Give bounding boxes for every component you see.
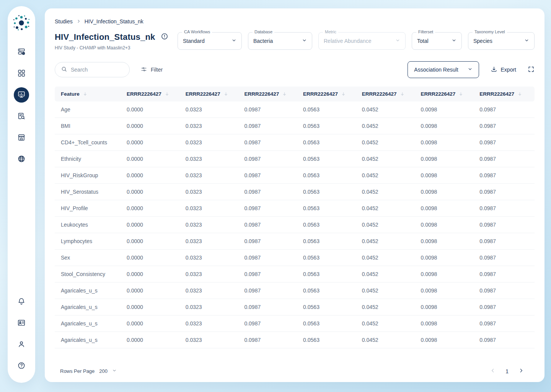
sidebar-item-studies[interactable] bbox=[14, 44, 29, 60]
sidebar-item-globe[interactable] bbox=[14, 152, 29, 167]
association-result-dropdown[interactable]: Association Result bbox=[408, 61, 479, 78]
sidebar-item-document-search[interactable] bbox=[14, 109, 29, 124]
feature-cell: Sex bbox=[55, 250, 123, 266]
table-row[interactable]: BMI0.00000.03230.09870.05630.04520.00980… bbox=[55, 118, 535, 134]
export-button[interactable]: Export bbox=[491, 66, 516, 74]
table-row[interactable]: Leukocytes0.00000.03230.09870.05630.0452… bbox=[55, 217, 535, 233]
sidebar-item-help[interactable] bbox=[14, 358, 29, 374]
column-header-label: ERRR2226427 bbox=[186, 91, 220, 97]
value-cell: 0.0323 bbox=[182, 184, 241, 200]
value-cell: 0.0987 bbox=[240, 101, 299, 118]
table-row[interactable]: HIV_Profile0.00000.03230.09870.05630.045… bbox=[55, 200, 535, 217]
fullscreen-button[interactable] bbox=[528, 66, 535, 74]
sidebar-item-profile[interactable] bbox=[14, 337, 29, 352]
value-cell: 0.0563 bbox=[299, 233, 358, 250]
value-cell: 0.0452 bbox=[358, 217, 417, 233]
sidebar-item-charts[interactable] bbox=[14, 87, 29, 103]
value-cell: 0.0098 bbox=[417, 134, 476, 151]
sidebar-item-notifications[interactable] bbox=[14, 294, 29, 309]
bell-icon bbox=[17, 297, 26, 307]
ca-workflows-value: Standard bbox=[183, 38, 205, 44]
value-cell: 0.0452 bbox=[358, 299, 417, 315]
table-row[interactable]: Ethnicity0.00000.03230.09870.05630.04520… bbox=[55, 151, 535, 167]
search-box[interactable] bbox=[55, 62, 130, 77]
value-cell: 0.0323 bbox=[182, 134, 241, 151]
value-cell: 0.0323 bbox=[182, 233, 241, 250]
value-cell: 0.0563 bbox=[299, 217, 358, 233]
value-cell: 0.0323 bbox=[182, 151, 241, 167]
column-header-sample[interactable]: ERRR2226427 bbox=[182, 87, 241, 101]
column-header-label: Feature bbox=[61, 91, 80, 97]
table-row[interactable]: CD4+_Tcell_counts0.00000.03230.09870.056… bbox=[55, 134, 535, 151]
chevron-down-icon bbox=[468, 67, 473, 73]
filter-sliders-icon bbox=[140, 66, 147, 74]
table-row[interactable]: Sex0.00000.03230.09870.05630.04520.00980… bbox=[55, 250, 535, 266]
value-cell: 0.0452 bbox=[358, 250, 417, 266]
current-page-number[interactable]: 1 bbox=[505, 368, 509, 374]
globe-icon bbox=[17, 155, 26, 164]
column-header-label: ERRR2226427 bbox=[362, 91, 397, 97]
value-cell: 0.0987 bbox=[240, 283, 299, 299]
chevron-down-icon bbox=[452, 38, 456, 44]
table-row[interactable]: HIV_Serostatus0.00000.03230.09870.05630.… bbox=[55, 184, 535, 200]
search-input[interactable] bbox=[71, 67, 117, 73]
table-header-row: FeatureERRR2226427ERRR2226427ERRR2226427… bbox=[55, 87, 535, 101]
value-cell: 0.0000 bbox=[123, 217, 182, 233]
value-cell: 0.0452 bbox=[358, 167, 417, 184]
feature-cell: HIV_Profile bbox=[55, 200, 123, 217]
app-logo[interactable] bbox=[13, 14, 30, 31]
column-header-feature[interactable]: Feature bbox=[55, 87, 123, 101]
value-cell: 0.0098 bbox=[417, 101, 476, 118]
filter-button[interactable]: Filter bbox=[140, 66, 163, 74]
filterset-select[interactable]: Filterset Total bbox=[412, 32, 462, 50]
table-row[interactable]: Agaricales_u_s0.00000.03230.09870.05630.… bbox=[55, 332, 535, 348]
taxonomy-level-select[interactable]: Taxonomy Level Species bbox=[468, 32, 535, 50]
ca-workflows-select[interactable]: CA Workflows Standard bbox=[178, 32, 242, 50]
column-header-sample[interactable]: ERRR2226427 bbox=[240, 87, 299, 101]
value-cell: 0.0000 bbox=[123, 315, 182, 332]
table-row[interactable]: Agaricales_u_s0.00000.03230.09870.05630.… bbox=[55, 299, 535, 315]
previous-page-button[interactable] bbox=[490, 368, 496, 374]
table-row[interactable]: Lymphocytes0.00000.03230.09870.05630.045… bbox=[55, 233, 535, 250]
filterset-value: Total bbox=[417, 38, 429, 44]
table-row[interactable]: Stool_Consistency0.00000.03230.09870.056… bbox=[55, 266, 535, 283]
column-header-label: ERRR2226427 bbox=[303, 91, 338, 97]
value-cell: 0.0098 bbox=[417, 315, 476, 332]
page-subtitle: HIV Study - CHAMP with Maaslin2+3 bbox=[55, 45, 168, 51]
table-row[interactable]: Agaricales_u_s0.00000.03230.09870.05630.… bbox=[55, 315, 535, 332]
value-cell: 0.0000 bbox=[123, 283, 182, 299]
table-row[interactable]: Agaricales_u_s0.00000.03230.09870.05630.… bbox=[55, 283, 535, 299]
value-cell: 0.0098 bbox=[417, 200, 476, 217]
column-header-label: ERRR2226427 bbox=[244, 91, 279, 97]
chevron-right-icon bbox=[518, 368, 524, 374]
sidebar-item-store[interactable] bbox=[14, 130, 29, 145]
sort-icon bbox=[458, 91, 463, 96]
sidebar-item-dashboard[interactable] bbox=[14, 66, 29, 81]
table-row[interactable]: Age0.00000.03230.09870.05630.04520.00980… bbox=[55, 101, 535, 118]
column-header-sample[interactable]: ERRR2226427 bbox=[417, 87, 476, 101]
column-header-sample[interactable]: ERRR2226427 bbox=[476, 87, 535, 101]
studies-icon bbox=[17, 47, 26, 57]
value-cell: 0.0323 bbox=[182, 217, 241, 233]
value-cell: 0.0452 bbox=[358, 315, 417, 332]
column-header-sample[interactable]: ERRR2226427 bbox=[123, 87, 182, 101]
chevron-right-icon bbox=[77, 18, 81, 24]
info-icon[interactable] bbox=[161, 33, 168, 42]
database-select[interactable]: Database Bacteria bbox=[248, 32, 312, 50]
column-header-sample[interactable]: ERRR2226427 bbox=[358, 87, 417, 101]
value-cell: 0.0563 bbox=[299, 266, 358, 283]
id-card-icon bbox=[17, 318, 26, 328]
value-cell: 0.0323 bbox=[182, 250, 241, 266]
next-page-button[interactable] bbox=[518, 368, 524, 374]
toolbar: Filter Association Result Export bbox=[55, 61, 535, 78]
table-footer: Rows Per Page 200 1 bbox=[55, 363, 535, 377]
table-row[interactable]: HIV_RiskGroup0.00000.03230.09870.05630.0… bbox=[55, 167, 535, 184]
rows-per-page-control[interactable]: Rows Per Page 200 bbox=[60, 368, 117, 374]
feature-cell: Agaricales_u_s bbox=[55, 315, 123, 332]
column-header-sample[interactable]: ERRR2226427 bbox=[299, 87, 358, 101]
sidebar-item-contacts[interactable] bbox=[14, 315, 29, 331]
value-cell: 0.0987 bbox=[476, 217, 535, 233]
feature-cell: Leukocytes bbox=[55, 217, 123, 233]
breadcrumb-studies[interactable]: Studies bbox=[55, 18, 73, 24]
value-cell: 0.0987 bbox=[476, 332, 535, 348]
